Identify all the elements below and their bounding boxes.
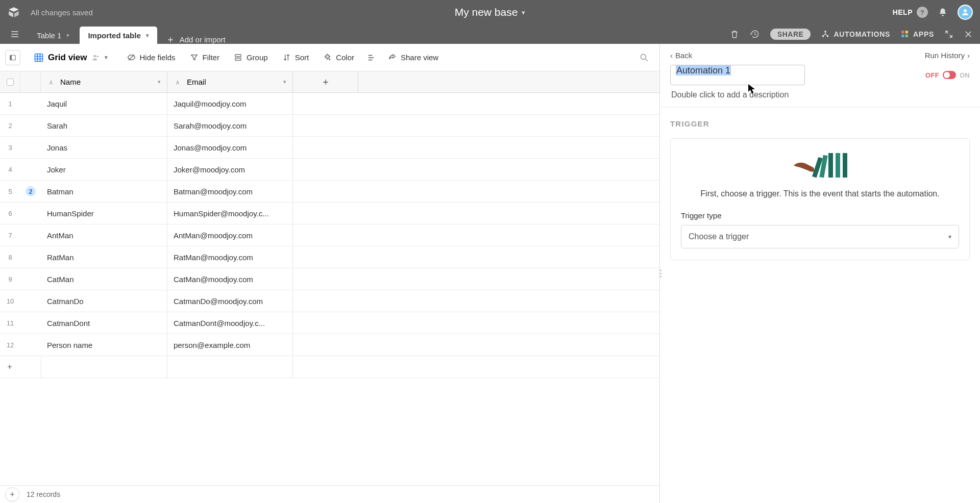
select-all-checkbox[interactable] [0, 71, 20, 92]
cell-name[interactable]: AntMan [41, 224, 167, 246]
back-button[interactable]: ‹ Back [670, 51, 692, 60]
header-spacer [20, 71, 41, 92]
table-row[interactable]: 2 Sarah Sarah@moodjoy.com [0, 115, 659, 137]
record-count: 12 records [27, 490, 60, 498]
group-button[interactable]: Group [228, 50, 274, 65]
color-label: Color [336, 53, 354, 62]
cell-email[interactable]: CatmanDo@moodjoy.com [167, 290, 293, 312]
text-field-icon [47, 78, 55, 86]
notifications-button[interactable] [938, 7, 947, 17]
expand-button[interactable] [944, 30, 953, 39]
resize-handle[interactable] [660, 270, 662, 278]
sort-button[interactable]: Sort [276, 50, 315, 65]
automations-button[interactable]: AUTOMATIONS [821, 30, 890, 39]
cell-email[interactable]: RatMan@moodjoy.com [167, 246, 293, 268]
chevron-right-icon: › [967, 51, 970, 60]
add-row-button[interactable] [0, 356, 659, 378]
cell-email[interactable]: person@example.com [167, 334, 293, 356]
svg-rect-4 [901, 31, 904, 33]
add-record-button[interactable] [5, 487, 19, 501]
table-row[interactable]: 3 Jonas Jonas@moodjoy.com [0, 137, 659, 159]
help-button[interactable]: HELP ? [893, 7, 928, 18]
filter-button[interactable]: Filter [184, 50, 226, 65]
row-number: 5 [0, 181, 20, 202]
table-row[interactable]: 11 CatmanDont CatmanDont@moodjoy.c... [0, 312, 659, 334]
history-button[interactable] [750, 29, 760, 39]
toggle-sidebar-button[interactable] [5, 50, 20, 65]
add-column-button[interactable] [293, 71, 358, 92]
automations-label: AUTOMATIONS [834, 30, 890, 38]
run-history-button[interactable]: Run History › [925, 51, 970, 60]
automation-panel: ‹ Back Run History › Automation 1 OFF ON [660, 44, 980, 503]
automation-name-input[interactable]: Automation 1 [670, 65, 805, 85]
column-header-name[interactable]: Name ▾ [41, 71, 167, 92]
table-row[interactable]: 12 Person name person@example.com [0, 334, 659, 356]
cell-name[interactable]: Jonas [41, 137, 167, 158]
trigger-select[interactable]: Choose a trigger ▾ [681, 225, 959, 248]
table-row[interactable]: 6 HumanSpider HumanSpider@moodjoy.c... [0, 203, 659, 224]
column-label: Name [60, 78, 81, 86]
tab-table-1[interactable]: Table 1 ▾ [29, 27, 78, 44]
trigger-illustration [681, 150, 959, 179]
cell-name[interactable]: Sarah [41, 115, 167, 136]
main-menu-button[interactable] [6, 26, 23, 43]
tab-imported-table[interactable]: Imported table ▾ [80, 27, 157, 44]
grid-footer: 12 records [0, 485, 659, 503]
cell-email[interactable]: Joker@moodjoy.com [167, 159, 293, 180]
base-title[interactable]: My new base ▾ [455, 6, 526, 18]
cell-name[interactable]: Person name [41, 334, 167, 356]
share-view-button[interactable]: Share view [382, 50, 445, 65]
cell-email[interactable]: AntMan@moodjoy.com [167, 224, 293, 246]
row-expand: 2 [20, 181, 41, 202]
cell-name[interactable]: RatMan [41, 246, 167, 268]
cell-name[interactable]: HumanSpider [41, 203, 167, 224]
close-panel-button[interactable] [964, 30, 973, 39]
svg-rect-20 [836, 153, 840, 178]
table-row[interactable]: 8 RatMan RatMan@moodjoy.com [0, 246, 659, 268]
app-logo-icon[interactable] [7, 6, 20, 19]
cell-email[interactable]: Jaquil@moodjoy.com [167, 93, 293, 114]
automation-toggle[interactable]: OFF ON [925, 71, 970, 79]
expand-icon [944, 30, 953, 39]
cell-email[interactable]: CatMan@moodjoy.com [167, 268, 293, 290]
table-row[interactable]: 4 Joker Joker@moodjoy.com [0, 159, 659, 181]
cell-email[interactable]: CatmanDont@moodjoy.c... [167, 312, 293, 334]
cell-name[interactable]: Joker [41, 159, 167, 180]
sidebar-icon [9, 54, 17, 62]
table-row[interactable]: 5 2 Batman Batman@moodjoy.com [0, 181, 659, 203]
sort-icon [282, 53, 291, 62]
column-header-email[interactable]: Email ▾ [167, 71, 293, 92]
cell-email[interactable]: Batman@moodjoy.com [167, 181, 293, 202]
people-icon [91, 53, 101, 62]
cell-name[interactable]: Jaquil [41, 93, 167, 114]
view-picker[interactable]: Grid view ▾ [29, 49, 113, 66]
cell-name[interactable]: CatmanDont [41, 312, 167, 334]
table-row[interactable]: 7 AntMan AntMan@moodjoy.com [0, 224, 659, 246]
cell-email[interactable]: Jonas@moodjoy.com [167, 137, 293, 158]
table-row[interactable]: 1 Jaquil Jaquil@moodjoy.com [0, 93, 659, 115]
cell-email[interactable]: HumanSpider@moodjoy.c... [167, 203, 293, 224]
chevron-down-icon: ▾ [146, 32, 149, 39]
cell-name[interactable]: Batman [41, 181, 167, 202]
cell-name[interactable]: CatMan [41, 268, 167, 290]
search-icon [639, 53, 649, 63]
row-height-button[interactable] [362, 50, 380, 65]
cell-name[interactable]: CatmanDo [41, 290, 167, 312]
apps-button[interactable]: APPS [900, 30, 934, 39]
description-hint[interactable]: Double click to add a description [670, 90, 970, 99]
color-button[interactable]: Color [317, 50, 360, 65]
table-row[interactable]: 9 CatMan CatMan@moodjoy.com [0, 268, 659, 290]
user-avatar[interactable] [958, 5, 973, 20]
person-icon [961, 8, 970, 17]
data-grid[interactable]: Name ▾ Email ▾ 1 Jaquil Jaquil@moodjoy.c… [0, 71, 659, 485]
share-button[interactable]: SHARE [770, 29, 811, 40]
cell-email[interactable]: Sarah@moodjoy.com [167, 115, 293, 136]
svg-point-16 [641, 54, 646, 59]
table-row[interactable]: 10 CatmanDo CatmanDo@moodjoy.com [0, 290, 659, 312]
add-table-button[interactable]: Add or import [159, 35, 233, 44]
trash-button[interactable] [729, 29, 740, 39]
comment-count-badge[interactable]: 2 [26, 186, 36, 196]
sort-label: Sort [295, 53, 309, 62]
hide-fields-button[interactable]: Hide fields [121, 50, 182, 65]
search-button[interactable] [639, 53, 649, 63]
